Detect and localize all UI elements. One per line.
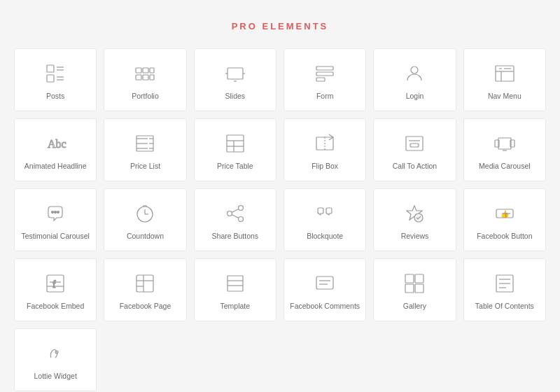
card-portfolio[interactable]: Portfolio	[104, 48, 186, 111]
elements-grid: PostsPortfolioSlidesFormLoginNav MenuAbc…	[14, 48, 546, 391]
facebook-embed-icon: f	[43, 271, 68, 296]
login-label: Login	[406, 92, 424, 102]
card-blockquote[interactable]: Blockquote	[284, 188, 366, 251]
nav-menu-label: Nav Menu	[488, 92, 522, 102]
facebook-button-label: Facebook Button	[477, 232, 532, 241]
page-title: PRO ELEMENTS	[14, 21, 546, 31]
posts-label: Posts	[46, 92, 64, 102]
svg-rect-18	[316, 78, 325, 81]
animated-headline-label: Animated Headline	[24, 162, 87, 172]
lottie-widget-icon	[43, 341, 68, 366]
svg-rect-67	[136, 275, 153, 292]
gallery-label: Gallery	[403, 302, 426, 312]
login-icon	[402, 61, 427, 86]
card-table-of-contents[interactable]: Table Of Contents	[463, 258, 546, 321]
card-template[interactable]: Template	[194, 258, 276, 321]
svg-rect-74	[316, 276, 333, 289]
card-facebook-button[interactable]: 👍Facebook Button	[463, 188, 546, 251]
facebook-page-label: Facebook Page	[120, 302, 172, 312]
card-price-table[interactable]: Price Table	[194, 118, 276, 181]
svg-rect-33	[227, 135, 244, 152]
svg-rect-7	[143, 68, 148, 73]
facebook-button-icon: 👍	[492, 201, 517, 226]
card-slides[interactable]: Slides	[194, 48, 276, 111]
svg-rect-1	[47, 75, 54, 82]
svg-rect-41	[410, 144, 419, 147]
call-to-action-icon	[402, 131, 427, 156]
svg-rect-8	[150, 68, 154, 73]
card-form[interactable]: Form	[284, 48, 366, 111]
card-facebook-page[interactable]: Facebook Page	[104, 258, 186, 321]
card-nav-menu[interactable]: Nav Menu	[463, 48, 546, 111]
card-gallery[interactable]: Gallery	[373, 258, 456, 321]
blockquote-icon	[312, 201, 337, 226]
svg-rect-80	[405, 284, 414, 293]
card-media-carousel[interactable]: Media Carousel	[463, 118, 546, 181]
svg-rect-81	[415, 284, 424, 293]
card-posts[interactable]: Posts	[14, 48, 97, 111]
testimonial-carousel-icon	[43, 201, 68, 226]
svg-point-59	[414, 214, 423, 222]
svg-rect-11	[150, 75, 154, 80]
template-label: Template	[220, 302, 251, 312]
testimonial-carousel-label: Testimonial Carousel	[21, 232, 89, 241]
svg-rect-79	[415, 274, 424, 283]
svg-text:f: f	[52, 279, 56, 290]
price-table-icon	[223, 131, 248, 156]
card-login[interactable]: Login	[373, 48, 456, 111]
svg-line-57	[232, 215, 239, 218]
media-carousel-icon	[492, 131, 517, 156]
card-countdown[interactable]: Countdown	[104, 188, 186, 251]
call-to-action-label: Call To Action	[393, 162, 437, 172]
table-of-contents-label: Table Of Contents	[475, 302, 534, 312]
share-buttons-icon	[223, 201, 248, 226]
portfolio-label: Portfolio	[132, 92, 159, 102]
card-share-buttons[interactable]: Share Buttons	[194, 188, 276, 251]
svg-rect-16	[316, 66, 333, 70]
svg-rect-20	[496, 66, 514, 81]
svg-rect-0	[47, 65, 54, 72]
svg-rect-78	[405, 274, 414, 283]
price-table-label: Price Table	[217, 162, 253, 172]
gallery-icon	[402, 271, 427, 296]
form-label: Form	[316, 92, 334, 102]
media-carousel-label: Media Carousel	[479, 162, 531, 172]
card-animated-headline[interactable]: AbcAnimated Headline	[14, 118, 97, 181]
svg-point-53	[238, 206, 243, 211]
card-call-to-action[interactable]: Call To Action	[373, 118, 456, 181]
card-facebook-comments[interactable]: Facebook Comments	[284, 258, 366, 321]
animated-headline-icon: Abc	[43, 131, 68, 156]
card-price-list[interactable]: Price List	[104, 118, 186, 181]
price-list-label: Price List	[130, 162, 160, 172]
template-icon	[223, 271, 248, 296]
svg-point-47	[55, 211, 57, 214]
svg-rect-10	[143, 75, 148, 80]
blockquote-label: Blockquote	[307, 232, 343, 241]
svg-rect-71	[227, 276, 243, 291]
card-reviews[interactable]: Reviews	[373, 188, 456, 251]
nav-menu-icon	[492, 61, 517, 86]
card-testimonial-carousel[interactable]: Testimonial Carousel	[14, 188, 97, 251]
countdown-icon	[132, 201, 158, 226]
card-flip-box[interactable]: Flip Box	[284, 118, 366, 181]
svg-point-48	[57, 211, 59, 214]
lottie-widget-label: Lottie Widget	[34, 372, 77, 382]
svg-rect-17	[316, 72, 333, 76]
posts-icon	[43, 61, 68, 86]
price-list-icon	[132, 131, 158, 156]
svg-rect-6	[136, 68, 141, 73]
svg-line-56	[232, 209, 239, 213]
card-lottie-widget[interactable]: Lottie Widget	[14, 328, 97, 391]
pro-elements-container: PRO ELEMENTS PostsPortfolioSlidesFormLog…	[14, 14, 546, 391]
reviews-label: Reviews	[401, 232, 429, 241]
card-facebook-embed[interactable]: fFacebook Embed	[14, 258, 97, 321]
svg-point-54	[227, 211, 232, 216]
facebook-comments-label: Facebook Comments	[290, 302, 360, 312]
facebook-page-icon	[132, 271, 158, 296]
form-icon	[312, 61, 337, 86]
table-of-contents-icon	[492, 271, 517, 296]
svg-text:Abc: Abc	[48, 138, 66, 150]
svg-rect-9	[136, 75, 141, 80]
slides-label: Slides	[225, 92, 246, 102]
portfolio-icon	[132, 61, 158, 86]
